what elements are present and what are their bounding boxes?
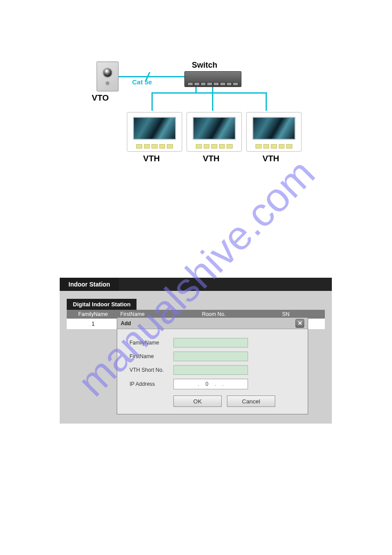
port-icon [220, 82, 226, 86]
cable-line [151, 92, 266, 94]
monitor-screen-icon [133, 117, 176, 140]
app-window: Indoor Station Digital Indoor Station Fa… [60, 278, 332, 424]
vth-monitor-icon [187, 112, 242, 152]
port-icon [213, 82, 219, 86]
cable-line [119, 76, 184, 77]
vth-label: VTH [143, 154, 160, 163]
add-dialog: Add ✕ FamilyName FirstName VTH Short No. [117, 317, 308, 414]
port-icon [194, 82, 200, 86]
col-roomno: Room No. [181, 311, 247, 317]
row-index: 1 [67, 321, 119, 327]
camera-lens-icon [103, 68, 113, 78]
cancel-button[interactable]: Cancel [227, 395, 275, 407]
dialog-titlebar: Add ✕ [117, 318, 308, 329]
monitor-screen-icon [252, 117, 295, 140]
switch-label: Switch [192, 61, 217, 70]
vto-camera-icon [97, 62, 119, 91]
label-familyname: FamilyName [129, 340, 173, 346]
col-sn: SN [247, 311, 325, 317]
dialog-body: FamilyName FirstName VTH Short No. IP Ad… [117, 329, 308, 414]
label-firstname: FirstName [129, 353, 173, 359]
ip-dot: . [222, 381, 223, 387]
close-icon: ✕ [298, 320, 302, 326]
vth-label: VTH [263, 154, 279, 163]
firstname-input[interactable] [173, 352, 248, 361]
port-icon [227, 82, 232, 86]
cable-line [151, 92, 153, 111]
ip-address-input[interactable]: . 0 . . [173, 379, 248, 389]
port-icon [187, 82, 193, 86]
dialog-title: Add [121, 320, 131, 326]
ok-button[interactable]: OK [173, 395, 222, 407]
app-body: Digital Indoor Station FamilyName FirstN… [60, 291, 332, 424]
app-tabbar: Indoor Station [60, 278, 332, 291]
port-icon [201, 82, 206, 86]
camera-button-icon [106, 81, 110, 85]
vth-monitor-icon [246, 112, 302, 152]
tab-indoor-station[interactable]: Indoor Station [60, 278, 119, 291]
close-button[interactable]: ✕ [295, 319, 304, 328]
col-familyname: FamilyName [67, 311, 119, 317]
switch-icon [184, 71, 241, 87]
vth-label: VTH [203, 154, 219, 163]
monitor-screen-icon [193, 117, 236, 140]
familyname-input[interactable] [173, 338, 248, 348]
cable-label: Cat 5e [132, 78, 152, 86]
shortno-input[interactable] [173, 365, 248, 375]
ip-dot: . [198, 381, 199, 387]
ip-dot: . [215, 381, 216, 387]
network-diagram: VTO Switch Cat 5e VTH VTH VTH [81, 48, 309, 171]
subtab-digital-indoor[interactable]: Digital Indoor Station [67, 299, 137, 310]
col-firstname: FirstName [119, 311, 181, 317]
label-shortno: VTH Short No. [129, 367, 173, 373]
port-icon [233, 82, 238, 86]
cable-line [212, 92, 213, 111]
vth-monitor-icon [127, 112, 182, 152]
label-ip: IP Address [129, 381, 173, 387]
vto-label: VTO [92, 93, 109, 103]
ip-octet: 0 [205, 381, 209, 387]
cable-line [266, 92, 267, 111]
port-icon [207, 82, 212, 86]
